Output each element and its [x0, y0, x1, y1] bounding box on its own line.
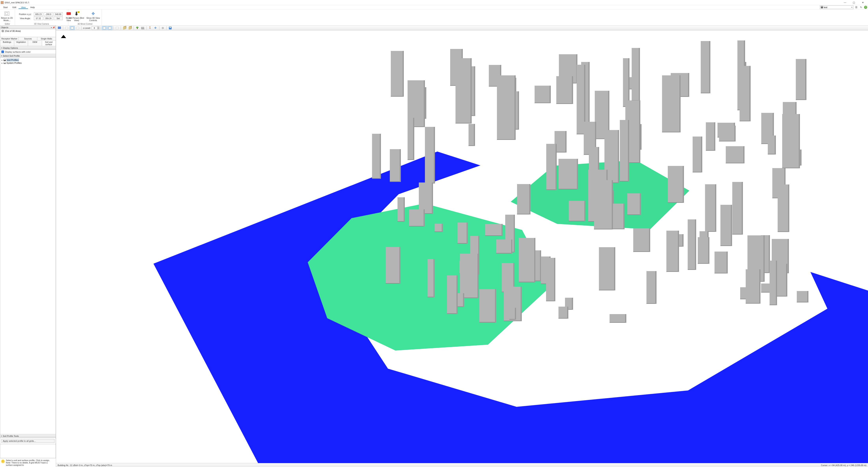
pos-y-input[interactable]: -268.9 — [44, 12, 53, 16]
menu-help[interactable]: Help — [28, 6, 37, 9]
angle-2-input[interactable]: 359.28 — [44, 17, 53, 20]
database-icon — [821, 6, 823, 8]
show-3d-controls-button[interactable]: ✥ Show 3D View Controls — [85, 10, 101, 23]
status-bar: Building Nr.: 12 zBot= 0 m, zTop=70 m, z… — [56, 463, 868, 467]
project-combo[interactable]: test ▾ — [820, 5, 854, 9]
status-left: Building Nr.: 12 zBot= 0 m, zTop=70 m, z… — [58, 464, 112, 466]
help-icon[interactable]: ? — [864, 6, 867, 9]
chevron-down-icon: ▾ — [1, 47, 2, 49]
chevron-down-icon: ▾ — [1, 55, 2, 57]
camera-icon — [66, 12, 71, 15]
maximize-button[interactable]: ▢ — [849, 0, 858, 5]
minimize-button[interactable]: — — [841, 0, 849, 5]
move-arrows-icon: ✥ — [92, 11, 95, 16]
tab-soil-and-surface[interactable]: Soil and surface — [42, 40, 56, 46]
tb-cube-2[interactable] — [127, 26, 132, 30]
menu-bar: Start Edit View Help test ▾ ⛓ ↻ ? — [0, 5, 868, 9]
tab-vegetation[interactable]: Vegetation — [14, 40, 28, 46]
category-tabs: Receptor/ Marker Sources Single Walls Bu… — [0, 37, 56, 46]
objects-area: (Out of 3D Area) — [0, 29, 56, 37]
tb-move-icon[interactable] — [153, 26, 158, 30]
objects-panel-header[interactable]: Objects ▾ 📌 — [0, 26, 56, 29]
tb-grid-view[interactable] — [57, 26, 62, 30]
apply-profile-button[interactable]: Apply selected profile to all grids… — [1, 439, 55, 443]
tb-vegetation-icon[interactable] — [135, 26, 140, 30]
zlevel-label: z-Level: — [83, 27, 91, 29]
tab-single-walls[interactable]: Single Walls — [37, 37, 56, 40]
menu-start[interactable]: Start — [1, 6, 10, 9]
chevron-down-icon: ▾ — [1, 435, 2, 437]
grid-2d-icon — [4, 12, 9, 15]
tb-fence-icon[interactable] — [140, 26, 145, 30]
ribbon-group-camera-label: 3D View Camera — [15, 23, 68, 26]
display-surfaces-checkbox[interactable]: ✓ — [1, 51, 4, 53]
tb-layer-1[interactable] — [102, 26, 107, 30]
select-soil-profile-header[interactable]: ▾ Select Soil Profile — [0, 54, 56, 58]
tb-box-3[interactable] — [75, 26, 80, 30]
object-3d-icon — [1, 30, 4, 32]
tb-layer-2[interactable] — [107, 26, 113, 30]
hierarchy-icon[interactable]: ⛓ — [855, 5, 858, 9]
window-title: ENVI_met SPACES V5.7: — [5, 1, 30, 4]
main-area: z-Level: ▲▼ ⚙ — [56, 26, 868, 467]
display-options-body: ✓ Display surfaces with color — [0, 50, 56, 54]
menu-view[interactable]: View — [19, 6, 28, 9]
tab-sources[interactable]: Sources — [19, 37, 37, 40]
app-icon — [1, 1, 4, 4]
sidebar: Objects ▾ 📌 (Out of 3D Area) Receptor/ M… — [0, 26, 56, 467]
tb-box-1[interactable] — [64, 26, 69, 30]
tab-buildings[interactable]: Buildings — [0, 40, 14, 46]
viewport-3d[interactable]: ▲ — [56, 30, 868, 463]
viewport-toolbar: z-Level: ▲▼ ⚙ — [56, 26, 868, 30]
pos-x-input[interactable]: 605.23 — [34, 12, 43, 16]
ribbon: Return to 2D Mode... Editor Position x,y… — [0, 9, 868, 26]
chevron-down-icon: ▾ — [851, 6, 852, 8]
tb-box-2[interactable] — [70, 26, 75, 30]
refresh-icon[interactable]: ↻ — [859, 5, 863, 9]
expand-icon[interactable]: ▸ — [1, 62, 3, 64]
position-xyz-label: Position x,y,z: — [18, 13, 33, 15]
database-icon — [4, 59, 6, 61]
soil-profile-tree[interactable]: ▸ test Profiles ▸ System Profiles — [0, 58, 56, 434]
close-button[interactable]: ✕ — [858, 0, 867, 5]
display-surfaces-label: Display surfaces with color — [5, 51, 31, 53]
ribbon-group-move-label: 3D Move Control — [68, 23, 102, 26]
display-options-header[interactable]: ▾ Display Options — [0, 46, 56, 50]
system-icon — [4, 62, 6, 64]
tip-bulb-icon — [1, 460, 5, 463]
tb-settings-icon[interactable]: ⚙ — [160, 26, 165, 30]
tab-receptor-marker[interactable]: Receptor/ Marker — [0, 37, 19, 40]
set-button[interactable]: Set — [54, 17, 63, 20]
zlevel-spinner[interactable]: ▲▼ — [92, 26, 100, 30]
soil-profile-tools-header[interactable]: ▾ Soil Profile Tools — [0, 434, 56, 438]
angle-1-input[interactable]: 57.32 — [34, 17, 43, 20]
ribbon-group-editor-label: Editor — [0, 23, 15, 26]
tree-node-system-profiles[interactable]: ▸ System Profiles — [1, 62, 55, 64]
tb-walk-icon[interactable] — [148, 26, 153, 30]
status-right: Cursor: x = 84 (425.00 m); y = 246 (1235… — [821, 464, 866, 466]
title-bar: ENVI_met SPACES V5.7: — ▢ ✕ — [0, 0, 868, 5]
third-person-button[interactable]: 3rd Person (Bird View) — [68, 10, 85, 23]
tab-dem[interactable]: DEM — [28, 40, 42, 46]
project-combo-value: test — [824, 6, 827, 8]
tb-cube-1[interactable] — [122, 26, 127, 30]
sidebar-tip: Select a soil and surface profile. Click… — [0, 458, 56, 467]
tree-node-test-profiles[interactable]: ▸ test Profiles — [1, 58, 55, 62]
zlevel-up[interactable]: ▲ — [97, 26, 100, 28]
menu-edit[interactable]: Edit — [10, 6, 19, 9]
zlevel-input[interactable] — [92, 26, 97, 30]
person-flag-icon — [74, 12, 79, 15]
pin-icon[interactable]: ▾ 📌 — [51, 26, 55, 29]
tb-layer-3[interactable] — [115, 26, 120, 30]
pos-z-input[interactable]: 548.88 — [54, 12, 63, 16]
view-angle-label: View Angle: — [18, 17, 33, 20]
zlevel-down[interactable]: ▼ — [97, 28, 100, 30]
scene-3d — [56, 30, 868, 463]
expand-icon[interactable]: ▸ — [1, 59, 3, 61]
tb-save-icon[interactable] — [168, 26, 173, 30]
return-to-2d-button[interactable]: Return to 2D Mode... — [0, 10, 14, 23]
